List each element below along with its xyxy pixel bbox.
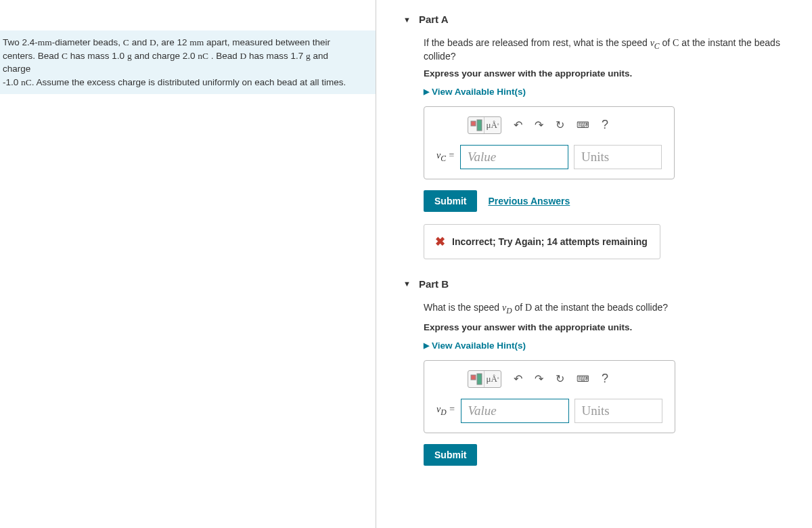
part-a-var-label: vC = xyxy=(436,150,455,163)
undo-icon[interactable]: ↶ xyxy=(514,372,522,385)
chevron-down-icon: ▼ xyxy=(403,280,411,288)
svg-rect-1 xyxy=(477,120,482,131)
part-b-toolbar: μÅ° ↶ ↷ ↻ ⌨ ? xyxy=(436,370,662,388)
template-tool[interactable]: μÅ° xyxy=(468,370,501,388)
part-a-question: If the beads are released from rest, wha… xyxy=(424,37,812,62)
part-a-value-input[interactable]: Value xyxy=(460,145,568,169)
keyboard-icon[interactable]: ⌨ xyxy=(577,120,589,130)
template-tool[interactable]: μÅ° xyxy=(468,116,501,134)
part-a-feedback-text: Incorrect; Try Again; 14 attempts remain… xyxy=(452,236,648,247)
help-icon[interactable]: ? xyxy=(602,118,608,132)
svg-rect-0 xyxy=(471,121,476,126)
part-b-header[interactable]: ▼ Part B xyxy=(403,278,812,290)
help-icon[interactable]: ? xyxy=(602,372,608,386)
part-b-units-input[interactable]: Units xyxy=(574,399,662,423)
part-b-instruction: Express your answer with the appropriate… xyxy=(424,322,812,332)
part-a-submit-button[interactable]: Submit xyxy=(424,190,477,212)
part-b-answer-box: μÅ° ↶ ↷ ↻ ⌨ ? vD = Value Units xyxy=(424,360,675,433)
part-b-hints-link[interactable]: View Available Hint(s) xyxy=(424,340,812,351)
reset-icon[interactable]: ↻ xyxy=(556,118,564,131)
incorrect-x-icon: ✖ xyxy=(435,234,445,249)
part-a-toolbar: μÅ° ↶ ↷ ↻ ⌨ ? xyxy=(436,116,662,134)
keyboard-icon[interactable]: ⌨ xyxy=(577,374,589,384)
svg-rect-3 xyxy=(477,374,482,384)
svg-rect-2 xyxy=(471,375,476,380)
problem-statement: Two 2.4-mm-diameter beads, C and D, are … xyxy=(0,30,376,94)
unit-icon: μÅ° xyxy=(484,117,501,133)
part-b-var-label: vD = xyxy=(436,404,455,417)
part-a-previous-answers-link[interactable]: Previous Answers xyxy=(488,196,570,206)
part-a-feedback: ✖ Incorrect; Try Again; 14 attempts rema… xyxy=(424,224,660,259)
part-a-units-input[interactable]: Units xyxy=(574,145,662,169)
part-b-value-input[interactable]: Value xyxy=(461,399,569,423)
fraction-icon xyxy=(469,118,484,132)
part-b-question: What is the speed vD of D at the instant… xyxy=(424,302,812,315)
part-a-answer-box: μÅ° ↶ ↷ ↻ ⌨ ? vC = Value Units xyxy=(424,106,675,179)
part-a-instruction: Express your answer with the appropriate… xyxy=(424,68,812,79)
redo-icon[interactable]: ↷ xyxy=(535,118,543,131)
undo-icon[interactable]: ↶ xyxy=(514,118,522,131)
part-b-submit-button[interactable]: Submit xyxy=(424,444,477,466)
part-a-hints-link[interactable]: View Available Hint(s) xyxy=(424,87,812,97)
part-b-title: Part B xyxy=(419,278,449,290)
reset-icon[interactable]: ↻ xyxy=(556,372,564,385)
redo-icon[interactable]: ↷ xyxy=(535,372,543,385)
part-a-header[interactable]: ▼ Part A xyxy=(403,14,812,25)
unit-icon: μÅ° xyxy=(484,371,501,387)
chevron-down-icon: ▼ xyxy=(403,16,411,24)
part-a-title: Part A xyxy=(419,14,449,25)
fraction-icon xyxy=(469,372,484,386)
